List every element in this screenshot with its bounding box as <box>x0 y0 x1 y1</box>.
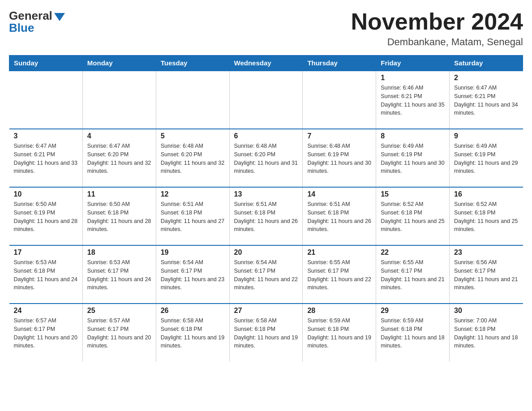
day-number: 13 <box>234 190 298 198</box>
day-info: Sunrise: 6:46 AMSunset: 6:21 PMDaylight:… <box>381 84 445 117</box>
day-info: Sunrise: 6:59 AMSunset: 6:18 PMDaylight:… <box>381 317 445 350</box>
table-row: 5Sunrise: 6:48 AMSunset: 6:20 PMDaylight… <box>156 129 229 187</box>
page-header: General Blue November 2024 Dembankane, M… <box>9 9 523 48</box>
table-row: 6Sunrise: 6:48 AMSunset: 6:20 PMDaylight… <box>229 129 303 187</box>
day-number: 20 <box>234 248 298 257</box>
calendar-subtitle: Dembankane, Matam, Senegal <box>351 36 523 48</box>
day-number: 22 <box>381 248 445 257</box>
header-saturday: Saturday <box>450 56 523 71</box>
table-row: 22Sunrise: 6:55 AMSunset: 6:17 PMDayligh… <box>376 245 450 304</box>
header-monday: Monday <box>82 56 156 71</box>
day-info: Sunrise: 6:53 AMSunset: 6:18 PMDaylight:… <box>14 258 78 292</box>
day-info: Sunrise: 6:54 AMSunset: 6:17 PMDaylight:… <box>234 258 298 292</box>
table-row: 17Sunrise: 6:53 AMSunset: 6:18 PMDayligh… <box>9 245 83 304</box>
calendar-week-row: 17Sunrise: 6:53 AMSunset: 6:18 PMDayligh… <box>9 245 523 304</box>
table-row: 4Sunrise: 6:47 AMSunset: 6:20 PMDaylight… <box>82 129 156 187</box>
table-row <box>156 71 229 129</box>
day-number: 9 <box>454 132 518 140</box>
day-info: Sunrise: 6:58 AMSunset: 6:18 PMDaylight:… <box>234 317 298 350</box>
table-row <box>303 71 376 129</box>
table-row: 1Sunrise: 6:46 AMSunset: 6:21 PMDaylight… <box>376 71 450 129</box>
table-row: 13Sunrise: 6:51 AMSunset: 6:18 PMDayligh… <box>229 187 303 245</box>
day-number: 11 <box>87 190 151 198</box>
table-row: 11Sunrise: 6:50 AMSunset: 6:18 PMDayligh… <box>82 187 156 245</box>
table-row: 20Sunrise: 6:54 AMSunset: 6:17 PMDayligh… <box>229 245 303 304</box>
title-area: November 2024 Dembankane, Matam, Senegal <box>351 9 523 48</box>
table-row: 8Sunrise: 6:49 AMSunset: 6:19 PMDaylight… <box>376 129 450 187</box>
logo-arrow-icon <box>54 13 65 21</box>
header-tuesday: Tuesday <box>156 56 229 71</box>
day-info: Sunrise: 6:57 AMSunset: 6:17 PMDaylight:… <box>14 317 78 350</box>
day-number: 4 <box>87 132 151 140</box>
table-row: 10Sunrise: 6:50 AMSunset: 6:19 PMDayligh… <box>9 187 83 245</box>
header-thursday: Thursday <box>303 56 376 71</box>
day-number: 18 <box>87 248 151 257</box>
logo: General Blue <box>9 9 65 35</box>
table-row <box>229 71 303 129</box>
day-number: 15 <box>381 190 445 198</box>
day-number: 23 <box>454 248 518 257</box>
day-info: Sunrise: 6:55 AMSunset: 6:17 PMDaylight:… <box>381 258 445 292</box>
day-number: 26 <box>161 307 225 315</box>
day-info: Sunrise: 6:47 AMSunset: 6:21 PMDaylight:… <box>454 84 518 117</box>
day-info: Sunrise: 6:57 AMSunset: 6:17 PMDaylight:… <box>87 317 151 350</box>
calendar-week-row: 1Sunrise: 6:46 AMSunset: 6:21 PMDaylight… <box>9 71 523 129</box>
day-number: 5 <box>161 132 225 140</box>
table-row: 28Sunrise: 6:59 AMSunset: 6:18 PMDayligh… <box>303 304 376 362</box>
table-row: 14Sunrise: 6:51 AMSunset: 6:18 PMDayligh… <box>303 187 376 245</box>
day-number: 28 <box>307 307 371 315</box>
day-info: Sunrise: 6:53 AMSunset: 6:17 PMDaylight:… <box>87 258 151 292</box>
day-number: 14 <box>307 190 371 198</box>
calendar-table: Sunday Monday Tuesday Wednesday Thursday… <box>9 55 523 362</box>
day-info: Sunrise: 6:52 AMSunset: 6:18 PMDaylight:… <box>381 200 445 234</box>
table-row: 16Sunrise: 6:52 AMSunset: 6:18 PMDayligh… <box>450 187 523 245</box>
day-info: Sunrise: 6:48 AMSunset: 6:19 PMDaylight:… <box>307 142 371 176</box>
day-number: 7 <box>307 132 371 140</box>
day-number: 1 <box>381 74 445 82</box>
calendar-title: November 2024 <box>351 9 523 34</box>
table-row: 24Sunrise: 6:57 AMSunset: 6:17 PMDayligh… <box>9 304 83 362</box>
day-number: 10 <box>14 190 78 198</box>
calendar-week-row: 24Sunrise: 6:57 AMSunset: 6:17 PMDayligh… <box>9 304 523 362</box>
table-row: 12Sunrise: 6:51 AMSunset: 6:18 PMDayligh… <box>156 187 229 245</box>
day-info: Sunrise: 6:49 AMSunset: 6:19 PMDaylight:… <box>381 142 445 176</box>
day-info: Sunrise: 6:49 AMSunset: 6:19 PMDaylight:… <box>454 142 518 176</box>
calendar-week-row: 3Sunrise: 6:47 AMSunset: 6:21 PMDaylight… <box>9 129 523 187</box>
day-number: 19 <box>161 248 225 257</box>
day-number: 16 <box>454 190 518 198</box>
day-number: 30 <box>454 307 518 315</box>
day-number: 12 <box>161 190 225 198</box>
day-info: Sunrise: 6:50 AMSunset: 6:18 PMDaylight:… <box>87 200 151 234</box>
logo-blue-text: Blue <box>9 21 34 35</box>
day-number: 2 <box>454 74 518 82</box>
table-row: 21Sunrise: 6:55 AMSunset: 6:17 PMDayligh… <box>303 245 376 304</box>
day-number: 24 <box>14 307 78 315</box>
table-row: 27Sunrise: 6:58 AMSunset: 6:18 PMDayligh… <box>229 304 303 362</box>
day-info: Sunrise: 6:56 AMSunset: 6:17 PMDaylight:… <box>454 258 518 292</box>
table-row: 2Sunrise: 6:47 AMSunset: 6:21 PMDaylight… <box>450 71 523 129</box>
day-info: Sunrise: 6:51 AMSunset: 6:18 PMDaylight:… <box>234 200 298 234</box>
day-number: 6 <box>234 132 298 140</box>
day-info: Sunrise: 6:48 AMSunset: 6:20 PMDaylight:… <box>234 142 298 176</box>
table-row: 26Sunrise: 6:58 AMSunset: 6:18 PMDayligh… <box>156 304 229 362</box>
header-sunday: Sunday <box>9 56 83 71</box>
day-info: Sunrise: 6:51 AMSunset: 6:18 PMDaylight:… <box>161 200 225 234</box>
calendar-week-row: 10Sunrise: 6:50 AMSunset: 6:19 PMDayligh… <box>9 187 523 245</box>
day-info: Sunrise: 6:51 AMSunset: 6:18 PMDaylight:… <box>307 200 371 234</box>
table-row: 23Sunrise: 6:56 AMSunset: 6:17 PMDayligh… <box>450 245 523 304</box>
day-info: Sunrise: 6:50 AMSunset: 6:19 PMDaylight:… <box>14 200 78 234</box>
day-info: Sunrise: 6:54 AMSunset: 6:17 PMDaylight:… <box>161 258 225 292</box>
calendar-header-row: Sunday Monday Tuesday Wednesday Thursday… <box>9 56 523 71</box>
day-info: Sunrise: 6:48 AMSunset: 6:20 PMDaylight:… <box>161 142 225 176</box>
day-info: Sunrise: 7:00 AMSunset: 6:18 PMDaylight:… <box>454 317 518 350</box>
day-info: Sunrise: 6:55 AMSunset: 6:17 PMDaylight:… <box>307 258 371 292</box>
table-row: 25Sunrise: 6:57 AMSunset: 6:17 PMDayligh… <box>82 304 156 362</box>
day-info: Sunrise: 6:52 AMSunset: 6:18 PMDaylight:… <box>454 200 518 234</box>
header-wednesday: Wednesday <box>229 56 303 71</box>
table-row: 29Sunrise: 6:59 AMSunset: 6:18 PMDayligh… <box>376 304 450 362</box>
day-info: Sunrise: 6:59 AMSunset: 6:18 PMDaylight:… <box>307 317 371 350</box>
day-number: 3 <box>14 132 78 140</box>
table-row: 7Sunrise: 6:48 AMSunset: 6:19 PMDaylight… <box>303 129 376 187</box>
day-number: 17 <box>14 248 78 257</box>
day-info: Sunrise: 6:47 AMSunset: 6:20 PMDaylight:… <box>87 142 151 176</box>
